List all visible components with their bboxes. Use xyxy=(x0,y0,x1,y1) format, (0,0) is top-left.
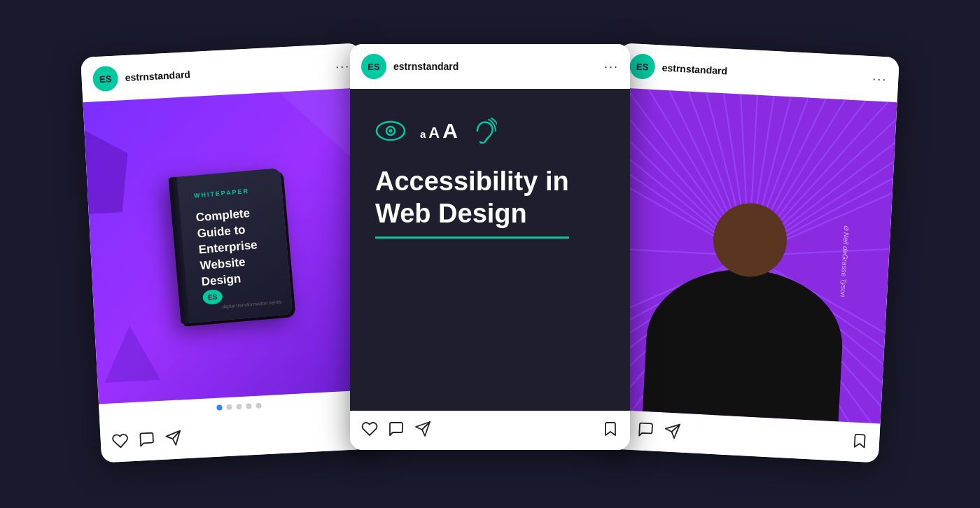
book-subtitle: digital transformation series xyxy=(222,299,282,309)
comment-icon-center xyxy=(388,421,405,437)
comment-button-center[interactable] xyxy=(388,421,405,440)
book-logo: ES xyxy=(202,288,223,305)
geo-shape-3 xyxy=(84,128,130,214)
card-image-left: WHITEPAPER Complete Guide to Enterprise … xyxy=(83,87,378,404)
person-head xyxy=(711,202,788,278)
share-button-right[interactable] xyxy=(664,422,681,442)
book-title: Complete Guide to Enterprise Website Des… xyxy=(195,204,276,290)
comment-button-left[interactable] xyxy=(138,430,155,451)
share-icon-left xyxy=(164,429,182,446)
card-center: ES estrnstandard ··· a A A xyxy=(350,44,630,450)
card-image-center: a A A Accessibility in Web Design xyxy=(350,89,630,411)
card-footer-center xyxy=(350,411,630,450)
bookmark-button-center[interactable] xyxy=(602,421,619,440)
bookmark-icon-right xyxy=(851,432,869,449)
dot-4[interactable] xyxy=(246,403,251,409)
share-icon-right xyxy=(664,422,681,439)
username-center: estrnstandard xyxy=(393,61,597,72)
bookmark-button-right[interactable] xyxy=(850,432,868,452)
accessibility-title-block: Accessibility in Web Design xyxy=(375,166,569,239)
more-menu-right[interactable]: ··· xyxy=(872,71,888,87)
accessibility-title-line1: Accessibility in xyxy=(375,166,569,198)
accessibility-title-line2: Web Design xyxy=(375,198,569,230)
footer-actions-left xyxy=(111,429,182,452)
accessibility-icons: a A A xyxy=(375,117,497,145)
bookmark-icon-center xyxy=(602,421,619,437)
cards-container: ES estrnstandard ··· WHITEPAPER Complete… xyxy=(0,0,980,508)
share-button-left[interactable] xyxy=(164,429,182,449)
username-right: estrnstandard xyxy=(662,62,865,84)
book: WHITEPAPER Complete Guide to Enterprise … xyxy=(169,168,293,324)
geo-shape-2 xyxy=(102,324,160,383)
avatar-center: ES xyxy=(361,54,386,79)
card-left: ES estrnstandard ··· WHITEPAPER Complete… xyxy=(80,43,382,463)
card-image-right: ⊘ Neil deGrasse Tyson xyxy=(601,87,897,423)
card-right: ES estrnstandard ··· xyxy=(598,43,899,463)
dot-1[interactable] xyxy=(216,404,222,410)
ear-icon xyxy=(472,117,497,145)
dot-3[interactable] xyxy=(236,404,241,409)
book-label: WHITEPAPER xyxy=(194,188,250,199)
heart-icon-left xyxy=(111,432,129,449)
dot-5[interactable] xyxy=(255,402,261,408)
dot-2[interactable] xyxy=(226,404,232,410)
like-button-left[interactable] xyxy=(111,432,129,452)
card-header-center: ES estrnstandard ··· xyxy=(350,44,630,89)
comment-icon-left xyxy=(138,430,155,448)
comment-button-right[interactable] xyxy=(637,421,654,441)
svg-point-4 xyxy=(389,129,393,133)
more-menu-center[interactable]: ··· xyxy=(604,59,619,74)
heart-icon-center xyxy=(361,421,378,437)
text-size-indicator: a A A xyxy=(420,119,458,143)
avatar-right: ES xyxy=(629,53,656,80)
username-left: estrnstandard xyxy=(125,62,328,83)
share-icon-center xyxy=(414,421,431,437)
like-button-center[interactable] xyxy=(361,421,378,440)
comment-icon-right xyxy=(637,421,654,438)
share-button-center[interactable] xyxy=(414,421,431,440)
person-body xyxy=(643,264,846,421)
eye-icon xyxy=(375,120,406,141)
more-menu-left[interactable]: ··· xyxy=(335,59,351,74)
footer-actions-center xyxy=(361,421,431,440)
avatar-left: ES xyxy=(92,66,119,92)
